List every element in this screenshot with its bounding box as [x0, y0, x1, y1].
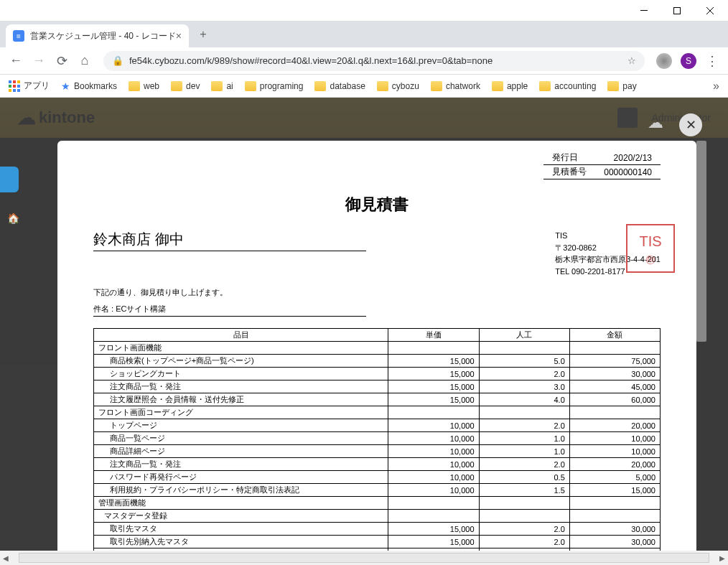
table-row: 商品詳細ページ10,0001.010,000: [94, 445, 661, 458]
apps-shortcut[interactable]: アプリ: [9, 80, 50, 92]
table-row: トップページ10,0002.020,000: [94, 419, 661, 432]
horizontal-scrollbar[interactable]: [19, 553, 709, 563]
table-row: 注文履歴照会・会員情報・送付先修正15,0004.060,000: [94, 393, 661, 406]
bookmark-cybozu[interactable]: cybozu: [377, 81, 419, 91]
scrollbar-thumb[interactable]: [696, 141, 706, 342]
tab-close-icon[interactable]: ×: [176, 30, 182, 42]
svg-rect-0: [640, 10, 648, 11]
pdf-viewer[interactable]: 発行日2020/2/13 見積番号0000000140 御見積書 鈴木商店 御中…: [57, 141, 696, 551]
table-row: 利用規約・プライバシーポリシー・特定商取引法表記10,0001.515,000: [94, 484, 661, 497]
profile-avatar[interactable]: S: [681, 53, 696, 69]
browser-tabbar: ≡ 営業スケジュール管理 - 40 - レコード × +: [0, 22, 728, 47]
table-row: ショッピングカート15,0002.030,000: [94, 368, 661, 380]
address-bar: ← → ⟳ ⌂ 🔒 fe54k.cybozu.com/k/989/show#re…: [0, 47, 728, 75]
window-statusbar: ◀ ▶: [0, 551, 728, 565]
apps-icon: [9, 80, 20, 92]
table-row: 取引先マスタ15,0002.030,000: [94, 523, 661, 536]
folder-icon: [492, 81, 503, 91]
star-icon: ★: [61, 80, 70, 92]
company-stamp: TIS㊞: [626, 224, 675, 273]
bookmark-apple[interactable]: apple: [492, 81, 528, 91]
table-row: 注文商品一覧・発注15,0003.045,000: [94, 380, 661, 393]
folder-icon: [129, 81, 140, 91]
forward-button: →: [29, 51, 49, 71]
browser-tab[interactable]: ≡ 営業スケジュール管理 - 40 - レコード ×: [6, 24, 189, 47]
back-button[interactable]: ←: [6, 51, 26, 71]
bookmark-pay[interactable]: pay: [607, 81, 636, 91]
bookmark-dev[interactable]: dev: [171, 81, 200, 91]
lock-icon: 🔒: [112, 55, 123, 66]
quote-note: 下記の通り、御見積り申し上げます。: [93, 287, 661, 298]
scroll-left-icon[interactable]: ◀: [3, 554, 9, 562]
side-tab[interactable]: [0, 167, 19, 192]
home-button[interactable]: ⌂: [75, 51, 95, 71]
folder-icon: [431, 81, 442, 91]
bookmark-star-icon[interactable]: ☆: [627, 55, 636, 66]
window-close[interactable]: [694, 1, 727, 21]
folder-icon: [607, 81, 619, 91]
bookmark-database[interactable]: database: [314, 81, 365, 91]
url-input[interactable]: 🔒 fe54k.cybozu.com/k/989/show#record=40&…: [103, 51, 645, 71]
bookmark-programing[interactable]: programing: [245, 81, 304, 91]
window-titlebar: [0, 0, 728, 22]
table-row: 取引先別納入先マスタ15,0002.030,000: [94, 536, 661, 548]
download-icon[interactable]: ☁: [648, 113, 663, 132]
bookmark-ai[interactable]: ai: [211, 81, 233, 91]
folder-icon: [171, 81, 182, 91]
url-text: fe54k.cybozu.com/k/989/show#record=40&l.…: [129, 55, 493, 66]
scroll-right-icon[interactable]: ▶: [719, 554, 725, 562]
new-tab-button[interactable]: +: [195, 26, 212, 43]
quote-table: 品目 単価 人工 金額 フロント画面機能商品検索(トップページ+商品一覧ページ)…: [93, 328, 661, 551]
bookmark-chatwork[interactable]: chatwork: [431, 81, 480, 91]
pdf-page: 発行日2020/2/13 見積番号0000000140 御見積書 鈴木商店 御中…: [57, 141, 696, 551]
folder-icon: [245, 81, 256, 91]
pdf-header-meta: 発行日2020/2/13 見積番号0000000140: [93, 151, 661, 179]
company-info: TIS㊞ TIS 〒320-0862 栃木県宇都宮市西原3-4-4-201 TE…: [555, 230, 661, 277]
tab-favicon: ≡: [13, 30, 24, 42]
svg-rect-1: [674, 7, 681, 14]
window-maximize[interactable]: [661, 1, 694, 21]
page-content: ☁kintone Administrator 🏠 ☁ ✕ 発行日2020/2/1…: [0, 98, 728, 551]
table-row: 管理画面機能: [94, 497, 661, 510]
table-row: 商品一覧ページ10,0001.010,000: [94, 432, 661, 445]
bookmarks-overflow[interactable]: »: [713, 80, 719, 93]
table-row: マスタデータ登録: [94, 510, 661, 523]
quote-subject: 件名 : ECサイト構築: [93, 304, 366, 317]
table-row: 注文商品一覧・発注10,0002.020,000: [94, 458, 661, 471]
close-modal-button[interactable]: ✕: [679, 113, 702, 136]
folder-icon: [314, 81, 326, 91]
folder-icon: [539, 81, 551, 91]
folder-icon: [211, 81, 223, 91]
table-row: パスワード再発行ページ10,0000.55,000: [94, 471, 661, 484]
table-row: フロント画面コーディング: [94, 406, 661, 419]
pdf-title: 御見積書: [93, 194, 661, 215]
tab-title: 営業スケジュール管理 - 40 - レコード: [30, 30, 176, 42]
pdf-scrollbar[interactable]: [696, 141, 706, 551]
bookmark-accounting[interactable]: accounting: [539, 81, 596, 91]
extension-icon[interactable]: [656, 53, 672, 69]
menu-button[interactable]: ⋮: [702, 51, 722, 71]
window-minimize[interactable]: [627, 1, 661, 21]
bookmark-bookmarks[interactable]: ★Bookmarks: [61, 80, 117, 92]
reload-button[interactable]: ⟳: [52, 51, 72, 71]
bookmark-web[interactable]: web: [129, 81, 159, 91]
home-icon[interactable]: 🏠: [7, 213, 19, 224]
folder-icon: [377, 81, 388, 91]
customer-name: 鈴木商店 御中: [93, 230, 366, 251]
table-row: フロント画面機能: [94, 342, 661, 355]
bookmarks-bar: アプリ ★Bookmarks web dev ai programing dat…: [0, 75, 728, 98]
table-row: 商品検索(トップページ+商品一覧ページ)15,0005.075,000: [94, 355, 661, 368]
